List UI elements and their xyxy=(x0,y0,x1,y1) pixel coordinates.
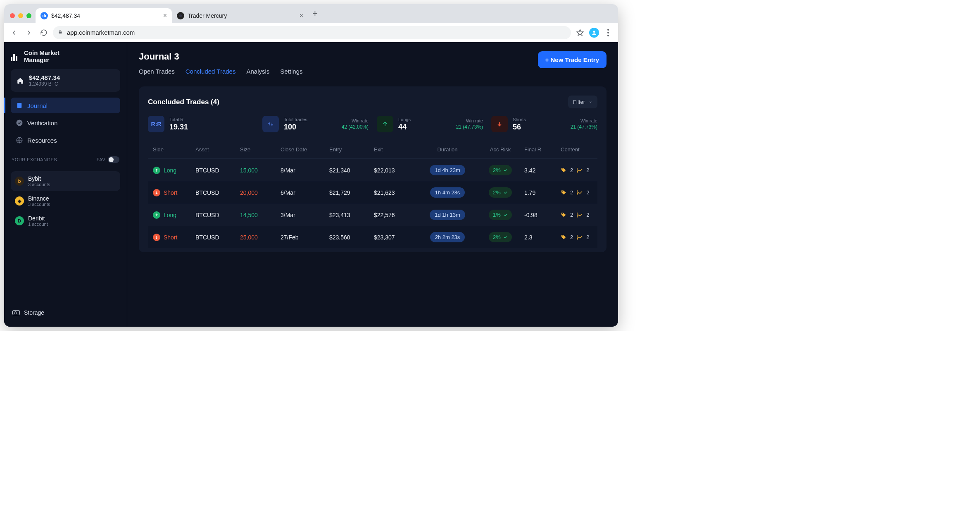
tab-open-trades[interactable]: Open Trades xyxy=(139,68,175,75)
svg-rect-0 xyxy=(43,15,43,17)
new-trade-button[interactable]: + New Trade Entry xyxy=(538,51,607,68)
tab-title: Trader Mercury xyxy=(188,12,227,19)
journal-icon xyxy=(16,102,23,109)
sidebar-item-label: Storage xyxy=(24,309,44,316)
filter-button[interactable]: Filter xyxy=(568,96,597,108)
tab-title: $42,487.34 xyxy=(51,12,80,19)
stats-row: R:R Total R 19.31 Total trades 100 xyxy=(148,116,597,132)
table-row[interactable]: Short BTCUSD 20,000 6/Mar $21,729 $21,62… xyxy=(148,181,597,203)
cell-close: 6/Mar xyxy=(281,189,326,196)
stat-total-trades: Total trades 100 Win rate 42 (42.00%) xyxy=(262,116,369,132)
col-exit: Exit xyxy=(374,146,415,153)
new-tab-button[interactable]: + xyxy=(308,8,322,23)
table-row[interactable]: Short BTCUSD 25,000 27/Feb $23,560 $23,3… xyxy=(148,226,597,248)
browser-tabbar: $42,487.34 × Trader Mercury × + xyxy=(4,4,618,23)
sidebar-item-verification[interactable]: Verification xyxy=(11,115,120,131)
tab-favicon xyxy=(177,12,184,19)
nav-back-button[interactable] xyxy=(8,27,20,38)
table-row[interactable]: Long BTCUSD 15,000 8/Mar $21,340 $22,013… xyxy=(148,159,597,181)
side-label: Short xyxy=(164,189,177,196)
browser-menu-button[interactable] xyxy=(602,27,614,38)
exchange-item-binance[interactable]: ◆ Binance 3 accounts xyxy=(11,191,120,211)
sidebar-item-resources[interactable]: Resources xyxy=(11,132,120,148)
exchange-sub: 3 accounts xyxy=(28,202,50,207)
sidebar-item-journal[interactable]: Journal xyxy=(11,98,120,113)
cell-risk: 2% xyxy=(480,187,521,198)
tab-settings[interactable]: Settings xyxy=(280,68,302,75)
arrow-down-icon xyxy=(153,189,160,196)
arrow-up-icon xyxy=(377,116,393,132)
stat-label: Longs xyxy=(398,117,411,122)
brand-logo[interactable]: Coin Market Manager xyxy=(11,50,120,63)
cell-side: Long xyxy=(153,167,192,174)
svg-point-12 xyxy=(562,213,563,214)
cell-content: 2 2 xyxy=(561,234,610,241)
exchange-item-deribit[interactable]: Đ Deribit 1 account xyxy=(11,211,120,231)
nav-forward-button[interactable] xyxy=(23,27,35,38)
tag-icon xyxy=(561,212,567,218)
fav-toggle[interactable] xyxy=(108,156,119,163)
svg-point-6 xyxy=(593,31,595,33)
cell-duration: 1d 4h 23m xyxy=(419,165,476,175)
stat-label: Total R xyxy=(169,117,188,122)
arrow-up-icon xyxy=(153,211,160,219)
tab-analysis[interactable]: Analysis xyxy=(246,68,269,75)
address-bar[interactable]: app.coinmarketman.com xyxy=(53,26,571,39)
cell-finalr: 1.79 xyxy=(524,189,557,196)
cell-content: 2 2 xyxy=(561,167,610,174)
col-risk: Acc Risk xyxy=(480,146,521,153)
cell-result: Win xyxy=(614,188,618,197)
minimize-window-icon[interactable] xyxy=(18,13,23,18)
winrate-value: 21 (47.73%) xyxy=(456,124,483,130)
nav-reload-button[interactable] xyxy=(38,27,50,38)
arrow-down-icon xyxy=(491,116,508,132)
home-icon xyxy=(17,77,24,84)
page-header: Journal 3 Open Trades Concluded Trades A… xyxy=(139,51,607,75)
tag-icon xyxy=(561,167,567,173)
stat-value: 56 xyxy=(513,123,526,132)
exchange-sub: 3 accounts xyxy=(28,182,50,187)
exchanges-label: YOUR EXCHANGES xyxy=(12,157,57,162)
chevron-down-icon xyxy=(588,100,592,104)
fav-label: FAV xyxy=(97,157,105,162)
browser-tab-active[interactable]: $42,487.34 × xyxy=(36,8,172,23)
swap-icon xyxy=(262,116,279,132)
close-window-icon[interactable] xyxy=(10,13,15,18)
close-tab-icon[interactable]: × xyxy=(163,12,167,19)
concluded-panel: Concluded Trades (4) Filter R:R Total R … xyxy=(139,86,607,252)
cell-duration: 2h 2m 23s xyxy=(419,232,476,242)
trades-table: Side Asset Size Close Date Entry Exit Du… xyxy=(148,141,597,248)
cell-exit: $22,576 xyxy=(374,212,415,218)
exchange-sub: 1 account xyxy=(28,222,48,227)
tab-concluded-trades[interactable]: Concluded Trades xyxy=(186,68,236,75)
browser-window: $42,487.34 × Trader Mercury × + app.coin… xyxy=(4,4,618,327)
cell-side: Long xyxy=(153,211,192,219)
brand-name: Coin Market Manager xyxy=(24,50,59,63)
chart-icon xyxy=(576,167,583,174)
cell-duration: 1h 4m 23s xyxy=(419,187,476,198)
table-row[interactable]: Long BTCUSD 14,500 3/Mar $23,413 $22,576… xyxy=(148,203,597,226)
side-label: Long xyxy=(164,167,176,174)
balance-usd: $42,487.34 xyxy=(29,74,60,81)
browser-tab[interactable]: Trader Mercury × xyxy=(172,8,308,23)
cell-content: 2 2 xyxy=(561,189,610,196)
cell-size: 20,000 xyxy=(240,189,277,196)
maximize-window-icon[interactable] xyxy=(26,13,31,18)
sidebar-item-storage[interactable]: Storage xyxy=(11,306,120,319)
exchange-item-bybit[interactable]: b Bybit 3 accounts xyxy=(11,171,120,191)
profile-avatar[interactable] xyxy=(589,28,599,38)
url-host: app.coinmarketman.com xyxy=(67,29,135,36)
bookmark-star-icon[interactable] xyxy=(574,27,586,38)
close-tab-icon[interactable]: × xyxy=(300,12,303,19)
cell-asset: BTCUSD xyxy=(195,212,237,218)
winrate-value: 42 (42.00%) xyxy=(342,124,369,130)
tag-icon xyxy=(561,234,567,240)
table-body: Long BTCUSD 15,000 8/Mar $21,340 $22,013… xyxy=(148,159,597,248)
winrate-label: Win rate xyxy=(342,118,369,123)
bybit-icon: b xyxy=(15,177,24,186)
col-close: Close Date xyxy=(281,146,326,153)
chart-icon xyxy=(576,189,583,196)
balance-card[interactable]: $42,487.34 1.24939 BTC xyxy=(11,69,120,92)
col-size: Size xyxy=(240,146,277,153)
cell-risk: 2% xyxy=(480,165,521,175)
